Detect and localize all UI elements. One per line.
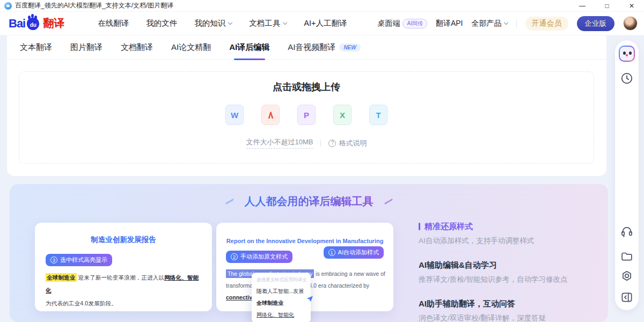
nav-online-translate[interactable]: 在线翻译 <box>98 18 129 28</box>
collapse-panel-icon[interactable] <box>620 290 634 304</box>
folder-icon[interactable] <box>620 250 634 264</box>
nav-my-files[interactable]: 我的文件 <box>146 18 177 28</box>
ppt-file-icon: P <box>297 105 316 125</box>
all-products-menu[interactable]: 全部产品 <box>472 19 508 28</box>
customer-service-icon[interactable] <box>620 224 634 238</box>
promo-title: 人人都会用的译后编辑工具 <box>245 194 374 209</box>
chevron-down-icon <box>228 20 232 24</box>
dropdown-item: 网络化、智能化 <box>257 311 306 319</box>
dropdown-item-selected: 全球制造业 <box>257 299 306 307</box>
ai-simul-badge: AI同传 <box>402 19 427 28</box>
demo-card-source: 制造业创新发展报告 3 选中样式高亮显示 全球制造业 迎来了新一轮变革浪潮，正进… <box>35 223 212 311</box>
main-panel: 文本翻译 图片翻译 文档翻译 AI论文精翻 AI译后编辑 AI音视频翻译 NEW… <box>7 35 606 176</box>
mouse-cursor-icon <box>305 294 314 305</box>
file-type-icons: W P X T <box>19 105 594 125</box>
nav-ai-human-translate[interactable]: AI+人工翻译 <box>304 18 347 28</box>
user-avatar[interactable] <box>623 16 638 31</box>
manual-style-badge: 2 手动添加原文样式 <box>226 251 292 263</box>
window-title: 百度翻译_领先的AI大模型翻译_支持文本/文档/图片翻译 <box>15 1 173 10</box>
tab-ai-audio-video-translate[interactable]: AI音视频翻译 NEW <box>288 35 361 60</box>
settings-icon[interactable] <box>620 269 634 283</box>
translated-doc-title: Report on the Innovative Development in … <box>216 238 393 244</box>
sparkle-left-icon <box>225 199 234 205</box>
header-divider <box>516 19 517 28</box>
highlight-style-badge: 3 选中样式高亮显示 <box>46 254 112 266</box>
desktop-client-link[interactable]: 桌面端 AI同传 <box>377 19 427 28</box>
yellow-highlight-text: 全球制造业 <box>46 273 77 282</box>
main-nav: 在线翻译 我的文件 我的知识 文档工具 AI+人工翻译 <box>98 18 347 28</box>
dropdown-header: 选择原文样式应用到译文 <box>257 277 306 283</box>
excel-file-icon: X <box>333 105 352 125</box>
app-header: Bai du 翻译 在线翻译 我的文件 我的知识 文档工具 AI+人工翻译 桌面… <box>0 12 644 35</box>
feature-ai-assist-edit[interactable]: AI辅助编辑&自动学习 推荐译文/质检/智能知识参考，自动学习修改点 <box>419 260 606 284</box>
promo-section: 人人都会用的译后编辑工具 制造业创新发展报告 3 选中样式高亮显示 全球制造业 … <box>10 184 608 322</box>
nav-my-knowledge[interactable]: 我的知识 <box>194 18 232 28</box>
hint-divider <box>320 140 321 147</box>
app-icon <box>4 2 12 10</box>
file-size-hint: 文件大小不超过10MB <box>246 137 313 149</box>
source-doc-title: 制造业创新发展报告 <box>35 235 212 245</box>
upload-dropzone[interactable]: 点击或拖拽上传 W P X T 文件大小不超过10MB ? 格式说明 <box>19 71 594 164</box>
logo-bai-text: Bai <box>9 17 25 31</box>
window-controls: — □ ✕ <box>570 0 644 12</box>
baidu-translate-logo[interactable]: Bai du 翻译 <box>9 16 64 31</box>
question-mark-icon: ? <box>328 140 336 147</box>
dropdown-item: 随着人工智能...发展 <box>257 288 306 295</box>
sparkle-right-icon <box>384 199 393 205</box>
feature-style-restore[interactable]: 精准还原样式 AI自动添加样式，支持手动调整样式 <box>419 222 606 246</box>
pdf-file-icon <box>261 105 280 125</box>
upload-title: 点击或拖拽上传 <box>19 80 594 93</box>
translate-api-link[interactable]: 翻译API <box>436 19 463 28</box>
chevron-down-icon <box>283 20 287 24</box>
promo-title-row: 人人都会用的译后编辑工具 <box>10 184 608 209</box>
chevron-down-icon <box>503 20 508 24</box>
minimize-button[interactable]: — <box>570 0 595 12</box>
header-right: 桌面端 AI同传 翻译API 全部产品 开通会员 企业版 <box>377 16 638 31</box>
tab-ai-paper-translate[interactable]: AI论文精翻 <box>171 35 211 60</box>
tab-image-translate[interactable]: 图片翻译 <box>70 35 103 60</box>
underlined-english-text: connectivi <box>226 294 254 301</box>
demo-card-translation: Report on the Innovative Development in … <box>216 223 393 311</box>
auto-style-badge: 1 AI自动添加样式 <box>324 246 384 259</box>
baidu-paw-icon: du <box>27 18 39 30</box>
enterprise-version-button[interactable]: 企业版 <box>577 16 615 31</box>
right-sidebar <box>615 40 639 310</box>
style-picker-dropdown: 选择原文样式应用到译文 随着人工智能...发展 全球制造业 网络化、智能化 <box>252 273 311 322</box>
upload-hints: 文件大小不超过10MB ? 格式说明 <box>19 137 594 149</box>
new-badge: NEW <box>339 43 360 52</box>
format-help-link[interactable]: ? 格式说明 <box>328 138 367 148</box>
translate-tabs: 文本翻译 图片翻译 文档翻译 AI论文精翻 AI译后编辑 AI音视频翻译 NEW <box>7 35 606 60</box>
word-file-icon: W <box>225 105 244 125</box>
history-icon[interactable] <box>620 71 634 85</box>
window-titlebar: 百度翻译_领先的AI大模型翻译_支持文本/文档/图片翻译 — □ ✕ <box>0 0 644 12</box>
tab-ai-post-edit[interactable]: AI译后编辑 <box>229 35 269 60</box>
open-membership-button[interactable]: 开通会员 <box>525 17 568 31</box>
close-button[interactable]: ✕ <box>619 0 644 12</box>
ai-assistant-icon[interactable] <box>619 46 635 62</box>
tab-document-translate[interactable]: 文档翻译 <box>121 35 153 60</box>
logo-fanyi-text: 翻译 <box>43 16 64 31</box>
feature-list: 精准还原样式 AI自动添加样式，支持手动调整样式 AI辅助编辑&自动学习 推荐译… <box>419 222 606 322</box>
maximize-button[interactable]: □ <box>595 0 619 12</box>
nav-doc-tools[interactable]: 文档工具 <box>249 18 287 28</box>
source-paragraph: 全球制造业 迎来了新一轮变革浪潮，正进入以网络化、智能化 为代表的工业4.0发展… <box>46 271 201 310</box>
feature-ai-assistant-qa[interactable]: AI助手辅助翻译，互动问答 润色译文/双语审校/翻译详解，深度答疑 <box>419 299 606 322</box>
tab-text-translate[interactable]: 文本翻译 <box>20 35 52 60</box>
txt-file-icon: T <box>369 105 387 125</box>
adobe-pdf-glyph <box>266 110 276 120</box>
